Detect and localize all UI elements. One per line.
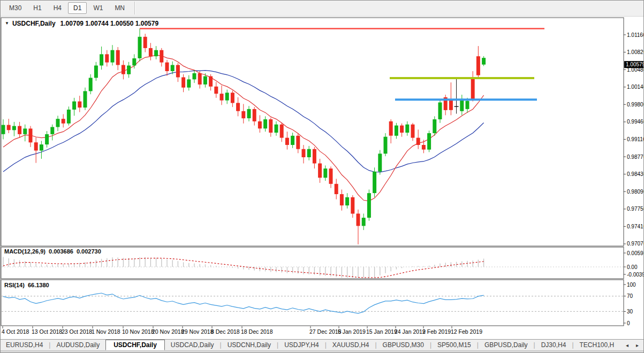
tab-usdcad-daily[interactable]: USDCAD,Daily [165,340,220,350]
tab-scroll-right-icon[interactable]: ▸ [636,342,639,348]
candle-body [176,65,180,78]
candle-body [149,48,153,56]
chart-menu-icon[interactable]: ▼ [5,21,9,26]
candle-body [29,128,33,142]
date-label: 2 Feb 2019 [422,328,451,335]
macd-name: MACD(12,26,9) [4,248,46,255]
rsi-value: 66.1380 [28,282,49,288]
candle-body [214,87,218,94]
rsi-tick-label: 0 [627,320,630,326]
rsi-tick-label: 30 [627,309,633,314]
candle-body [411,125,415,138]
tab-audusd-daily[interactable]: AUDUSD,Daily [50,340,105,350]
rsi-name: RSI(14) [4,282,25,288]
tab-gbpusd-daily[interactable]: GBPUSD,Daily [479,340,534,350]
candle-body [378,154,382,172]
price-panel[interactable] [1,18,624,246]
candle-body [449,99,453,110]
price-tick-label: 0.97750 [627,206,644,212]
candle-body [138,37,142,58]
candle-body [154,50,158,57]
candle-body [307,149,311,157]
candle-body [318,164,322,178]
price-tick-label: 1.00140 [627,84,644,90]
tab-xauusd-h4[interactable]: XAUUSD,H4 [327,340,375,350]
macd-tick-label: 0.00 [627,264,638,270]
candle-body [460,99,464,111]
candle-body [40,144,43,151]
candle-body [471,78,475,99]
date-label: 23 Oct 2018 [62,328,92,335]
timeframe-button-mn[interactable]: MN [109,2,130,14]
date-label: 24 Jan 2019 [395,328,426,335]
candle-body [105,54,109,62]
candle-body [466,101,469,109]
candle-body [433,119,436,133]
date-label: 29 Nov 2018 [181,328,214,335]
tab-dj30-h4[interactable]: DJ30,H4 [535,340,572,350]
candle-body [476,56,480,75]
chart-canvas[interactable]: 1.011601.008201.004801.001400.998000.994… [0,0,644,353]
date-label: 20 Nov 2018 [152,328,184,335]
candle-body [395,126,398,136]
candle-body [12,126,16,131]
candle-body [198,73,202,85]
candle-body [275,125,278,133]
candle-body [2,125,5,134]
candle-body [116,50,120,65]
candle-body [329,168,333,184]
symbol-tab-bar: EURUSD,H4|AUDUSD,DailyUSDCHF,DailyUSDCAD… [0,339,644,350]
chart-symbol-label: USDCHF,Daily [12,20,56,27]
candle-body [72,102,76,110]
tab-strip: EURUSD,H4|AUDUSD,DailyUSDCHF,DailyUSDCAD… [0,340,644,350]
macd-tick-label: 0.005985 [627,250,644,256]
timeframe-button-h1[interactable]: H1 [28,2,47,14]
current-price-label: 1.00579 [626,62,644,67]
candle-body [18,126,21,134]
macd-indicator-label: MACD(12,26,9)0.0036860.002730 [4,248,101,255]
candle-body [236,103,240,111]
candle-body [100,54,103,65]
candle-body [384,137,388,154]
candle-body [335,184,338,194]
candle-body [231,93,234,103]
candle-body [7,125,11,131]
tab-usdjpy-h4[interactable]: USDJPY,H4 [278,340,324,350]
price-tick-label: 0.98430 [627,171,644,177]
tab-scroll-arrows: ◂ ▸ [614,340,644,350]
timeframe-button-d1[interactable]: D1 [68,2,87,14]
tab-gbpusd-m30[interactable]: GBPUSD,M30 [377,340,430,350]
tab-eurusd-h4[interactable]: EURUSD,H4 [0,340,49,350]
candle-body [34,142,38,150]
candle-body [280,125,284,138]
candle-body [302,149,306,157]
tab-usdcnh-daily[interactable]: USDCNH,Daily [222,340,277,350]
candle-body [263,119,267,128]
price-tick-label: 0.99800 [627,102,644,108]
candle-body [296,136,300,149]
candle-body [23,128,27,134]
candle-body [78,102,81,108]
rsi-panel[interactable] [1,280,624,326]
timeframe-button-w1[interactable]: W1 [88,2,108,14]
candle-body [269,119,272,133]
candle-body [89,78,93,91]
date-label: 18 Dec 2018 [241,328,273,335]
candle-body [122,65,125,74]
date-label: 15 Jan 2019 [366,328,397,335]
candle-body [340,194,344,205]
date-label: 8 Dec 2018 [211,328,240,335]
tab-sp500-m15[interactable]: SP500,M15 [431,340,477,350]
tab-usdchf-daily[interactable]: USDCHF,Daily [105,340,165,350]
toolbar-separator [134,2,135,14]
candle-body [84,91,87,108]
price-tick-label: 0.99110 [627,136,644,142]
candle-body [62,119,65,124]
date-label: 10 Nov 2018 [122,328,154,335]
timeframe-button-h4[interactable]: H4 [48,2,67,14]
candle-body [50,127,54,134]
candle-body [482,58,486,65]
candle-body [165,63,169,71]
timeframe-button-m30[interactable]: M30 [4,2,27,14]
tab-scroll-left-icon[interactable]: ◂ [626,342,628,348]
